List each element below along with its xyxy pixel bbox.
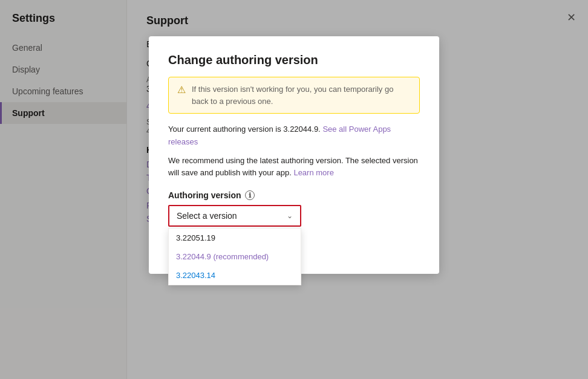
authoring-info-icon[interactable]: ℹ bbox=[245, 190, 255, 200]
learn-more-link[interactable]: Learn more bbox=[293, 168, 333, 177]
dropdown-selected-value: Select a version bbox=[177, 211, 237, 221]
version-dropdown[interactable]: Select a version ⌄ bbox=[168, 205, 301, 227]
description-2: We recommend using the latest authoring … bbox=[168, 155, 420, 180]
description-1: Your current authoring version is 3.2204… bbox=[168, 123, 420, 149]
version-dropdown-list: 3.22051.19 3.22044.9 (recommended) 3.220… bbox=[168, 228, 301, 285]
chevron-down-icon: ⌄ bbox=[287, 212, 293, 220]
version-option-1[interactable]: 3.22044.9 (recommended) bbox=[169, 247, 301, 266]
warning-box: ⚠ If this version isn't working for you,… bbox=[168, 77, 420, 114]
main-content: ✕ Support Environment ? Charlie Choic's … bbox=[127, 0, 588, 379]
version-option-0[interactable]: 3.22051.19 bbox=[169, 228, 301, 247]
warning-icon: ⚠ bbox=[177, 84, 186, 96]
authoring-version-label: Authoring version ℹ bbox=[168, 190, 420, 200]
version-option-2[interactable]: 3.22043.14 bbox=[169, 266, 301, 285]
warning-text: If this version isn't working for you, y… bbox=[192, 83, 411, 107]
version-dropdown-wrapper: Select a version ⌄ 3.22051.19 3.22044.9 … bbox=[168, 205, 420, 227]
dialog-title: Change authoring version bbox=[168, 53, 420, 67]
modal-overlay: Change authoring version ⚠ If this versi… bbox=[127, 0, 588, 379]
change-version-dialog: Change authoring version ⚠ If this versi… bbox=[149, 36, 439, 274]
